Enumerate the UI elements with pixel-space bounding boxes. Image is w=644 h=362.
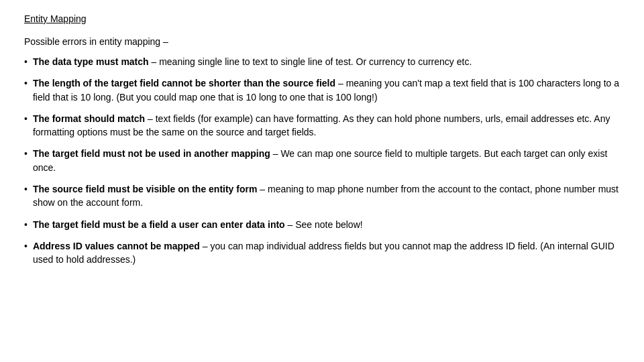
bullet-point: • bbox=[24, 218, 28, 231]
list-item-text: The source field must be visible on the … bbox=[33, 182, 620, 210]
bullet-list: •The data type must match – meaning sing… bbox=[24, 55, 620, 267]
bullet-point: • bbox=[24, 239, 28, 253]
list-item: •The length of the target field cannot b… bbox=[24, 76, 620, 104]
list-item-text: The target field must be a field a user … bbox=[33, 218, 620, 231]
bullet-point: • bbox=[24, 182, 28, 196]
section-heading: Possible errors in entity mapping – bbox=[24, 36, 620, 47]
list-item-text: Address ID values cannot be mapped – you… bbox=[33, 239, 620, 267]
list-item-text: The format should match – text fields (f… bbox=[33, 112, 620, 139]
list-item-text: The target field must not be used in ano… bbox=[33, 147, 620, 174]
bullet-point: • bbox=[24, 55, 28, 68]
bullet-point: • bbox=[24, 147, 28, 160]
bullet-point: • bbox=[24, 76, 28, 90]
bullet-point: • bbox=[24, 112, 28, 125]
list-item: •The source field must be visible on the… bbox=[24, 182, 620, 210]
list-item-text: The length of the target field cannot be… bbox=[33, 76, 620, 104]
list-item: •The data type must match – meaning sing… bbox=[24, 55, 620, 68]
list-item: •Address ID values cannot be mapped – yo… bbox=[24, 239, 620, 267]
list-item: •The target field must not be used in an… bbox=[24, 147, 620, 174]
list-item: •The format should match – text fields (… bbox=[24, 112, 620, 139]
list-item-text: The data type must match – meaning singl… bbox=[33, 55, 620, 68]
list-item: •The target field must be a field a user… bbox=[24, 218, 620, 231]
page-title: Entity Mapping bbox=[24, 13, 620, 24]
